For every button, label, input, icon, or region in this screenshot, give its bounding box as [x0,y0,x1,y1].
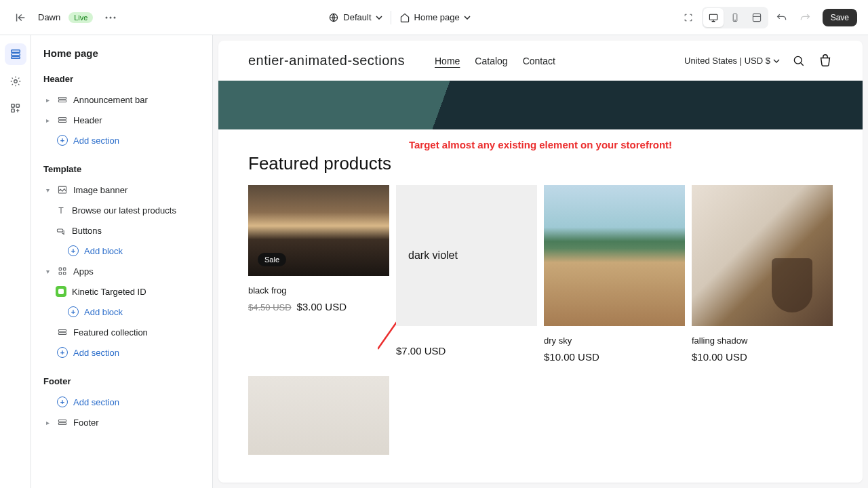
product-name: black frog [248,285,389,296]
svg-rect-14 [11,109,14,113]
browse-products-block[interactable]: Browse our latest products [31,200,212,220]
chevron-down-icon: ▾ [43,268,52,275]
fullscreen-view-button[interactable] [747,8,767,27]
product-name: falling shadow [692,336,833,346]
product-card[interactable]: dark violet $7.00 USD [396,185,537,363]
sidebar-title: Home page [31,35,212,68]
chevron-down-icon [773,59,780,63]
svg-rect-16 [58,100,66,102]
svg-rect-15 [58,98,66,100]
apps-rail-button[interactable] [5,98,26,119]
theme-name: Dawn [38,12,60,22]
image-banner-preview[interactable] [218,81,863,129]
topbar-center: Default Home page [125,11,673,24]
announcement-bar-item[interactable]: ▸ Announcement bar [31,89,212,110]
redo-button[interactable] [795,8,814,27]
plus-icon: + [68,306,79,317]
exit-button[interactable] [11,8,30,27]
product-card[interactable]: falling shadow $10.00 USD [692,185,833,363]
image-banner-add-block[interactable]: + Add block [31,241,212,261]
image-banner-item[interactable]: ▾ Image banner [31,180,212,200]
nav-home[interactable]: Home [435,56,460,66]
product-name: dark violet [408,249,458,262]
svg-rect-7 [753,14,760,21]
topbar-left: Dawn Live [11,8,120,27]
plus-icon: + [57,396,68,407]
svg-point-2 [114,16,116,18]
nav-contact[interactable]: Contact [523,56,555,66]
footer-group-label: Footer [31,371,212,392]
section-icon [57,327,68,338]
product-image: dark violet [396,185,537,326]
nav-catalog[interactable]: Catalog [475,56,507,66]
product-card[interactable]: dry sky $10.00 USD [544,185,685,363]
more-menu-button[interactable] [101,8,120,27]
svg-rect-28 [58,423,66,425]
featured-title: Featured products [248,153,833,174]
device-group [702,7,768,28]
region-selector[interactable]: United States | USD $ [684,56,780,66]
product-card[interactable]: Sale black frog $4.50 USD$3.00 USD [248,185,389,363]
header-add-section[interactable]: · + Add section [31,130,212,150]
divider [391,11,391,24]
search-icon[interactable] [792,54,806,68]
preview-select[interactable]: Default [328,12,382,23]
svg-rect-21 [59,268,62,270]
apps-add-block[interactable]: + Add block [31,302,212,322]
chevron-down-icon: ▾ [43,186,52,194]
svg-rect-18 [58,121,66,123]
kinetic-app-block[interactable]: Kinetic Targeted ID [31,281,212,302]
sections-rail-button[interactable] [5,43,26,65]
footer-item[interactable]: ▸ Footer [31,412,212,432]
inspector-button[interactable] [679,8,698,27]
desktop-view-button[interactable] [703,8,724,27]
main-layout: Home page Header ▸ Announcement bar ▸ He… [0,35,868,488]
buttons-block[interactable]: Buttons [31,220,212,241]
save-button[interactable]: Save [823,9,857,26]
plus-icon: + [57,135,68,146]
topbar: Dawn Live Default Home page [0,0,868,35]
settings-rail-button[interactable] [5,70,26,92]
chevron-right-icon: ▸ [43,117,52,124]
topbar-right: Save [679,7,857,28]
left-rail [0,35,31,488]
apps-item[interactable]: ▾ Apps [31,261,212,281]
header-item[interactable]: ▸ Header [31,110,212,130]
undo-button[interactable] [772,8,791,27]
featured-collection-item[interactable]: · Featured collection [31,322,212,342]
product-price: $10.00 USD [692,351,833,363]
product-card[interactable] [248,376,389,455]
svg-rect-24 [63,272,66,274]
chevron-down-icon [376,16,382,20]
live-badge: Live [68,12,93,23]
footer-add-section[interactable]: · + Add section [31,392,212,412]
svg-rect-17 [58,118,66,120]
svg-point-0 [106,16,108,18]
home-icon [399,12,410,23]
page-select[interactable]: Home page [399,12,471,23]
plus-icon: + [57,347,68,358]
svg-rect-4 [709,14,717,20]
chevron-right-icon: ▸ [43,419,52,426]
product-image [544,185,685,326]
button-icon [56,225,66,236]
svg-rect-22 [63,268,66,270]
mobile-view-button[interactable] [725,8,745,27]
svg-rect-12 [11,104,14,108]
template-add-section[interactable]: · + Add section [31,342,212,363]
svg-rect-10 [11,57,20,59]
product-price: $10.00 USD [544,351,685,363]
store-nav: Home Catalog Contact [435,56,555,66]
product-price: $4.50 USD$3.00 USD [248,301,389,312]
text-icon [56,205,66,216]
cart-icon[interactable] [818,54,833,68]
product-image [248,376,389,455]
store-logo[interactable]: entier-animated-sections [248,53,405,68]
preview-canvas: entier-animated-sections Home Catalog Co… [218,41,863,483]
svg-point-6 [734,20,735,20]
section-icon [57,94,68,105]
featured-section: Featured products Sale black frog $4.50 … [218,153,863,455]
svg-rect-23 [59,272,62,274]
svg-point-1 [110,16,112,18]
product-price: $7.00 USD [396,345,537,357]
